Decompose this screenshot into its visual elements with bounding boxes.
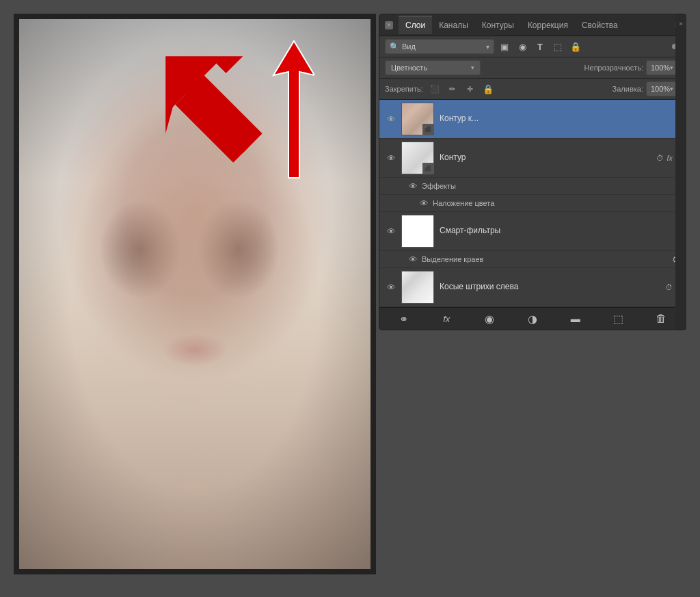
opacity-label: Непрозрачность: xyxy=(584,64,643,72)
lock-position-icon[interactable]: ✛ xyxy=(463,81,478,96)
clock-icon: ⏱ xyxy=(656,154,664,162)
effect-color-overlay-row: 👁 Наложение цвета xyxy=(379,195,686,212)
circle-icon[interactable]: ◉ xyxy=(515,39,530,54)
effects-label: Эффекты xyxy=(422,182,456,190)
blend-mode-value: Цветность xyxy=(391,64,427,72)
search-dropdown-arrow[interactable]: ▾ xyxy=(486,43,489,51)
layer-info: Контур к... xyxy=(440,114,680,124)
opacity-value-text: 100% xyxy=(651,64,670,72)
lock-label: Закрепить: xyxy=(385,85,423,93)
tab-paths[interactable]: Контуры xyxy=(475,16,521,34)
tab-properties[interactable]: Свойства xyxy=(575,16,625,34)
mask-button[interactable]: ◉ xyxy=(481,310,498,327)
fx-button[interactable]: fx xyxy=(438,310,455,327)
blend-mode-chevron: ▾ xyxy=(471,64,474,71)
tab-correction[interactable]: Коррекция xyxy=(521,16,575,34)
layer-name: Контур к... xyxy=(440,114,680,123)
layer-row[interactable]: 👁 ⬛ Контур к... xyxy=(379,100,686,139)
blend-mode-select[interactable]: Цветность ▾ xyxy=(385,60,481,75)
layer-name: Контур xyxy=(440,152,656,162)
fill-label: Заливка: xyxy=(612,85,643,93)
fill-chevron: ▾ xyxy=(670,85,673,92)
canvas-area xyxy=(14,14,376,574)
tab-layers[interactable]: Слои xyxy=(399,16,432,34)
panel-bottom-toolbar: ⚭ fx ◉ ◑ ▬ ⬚ 🗑 xyxy=(379,307,686,330)
effect-color-visibility-toggle[interactable]: 👁 xyxy=(418,197,430,209)
smart-filter-row: 👁 Выделение краев ⚙ xyxy=(379,251,686,268)
panel-toolbar-2: Цветность ▾ Непрозрачность: 100% ▾ xyxy=(379,57,686,79)
clock-icon: ⏱ xyxy=(665,283,673,291)
lock-pixels-icon[interactable]: ⬛ xyxy=(427,81,442,96)
smart-filter-label: Выделение краев xyxy=(422,255,483,263)
layer-visibility-toggle[interactable]: 👁 xyxy=(385,225,397,237)
lock-icons-group: ⬛ ✏ ✛ 🔒 xyxy=(427,81,496,96)
face-sketch-overlay xyxy=(14,14,376,574)
fx-label: fx xyxy=(667,154,673,162)
effect-visibility-toggle[interactable]: 👁 xyxy=(407,180,419,192)
layer-thumbnail xyxy=(401,271,434,304)
text-type-icon[interactable]: T xyxy=(533,39,548,54)
panel-tabs: × Слои Каналы Контуры Коррекция Свойства… xyxy=(379,14,686,36)
delete-layer-button[interactable]: 🗑 xyxy=(653,310,669,327)
opacity-group: Непрозрачность: 100% ▾ xyxy=(584,60,680,75)
layer-row[interactable]: 👁 Смарт-фильтры xyxy=(379,212,686,251)
layer-visibility-toggle[interactable]: 👁 xyxy=(385,281,397,293)
layer-thumb-badge: ⬛ xyxy=(422,124,433,135)
search-icon: 🔍 xyxy=(390,42,399,51)
search-input[interactable] xyxy=(402,42,486,51)
layer-thumbnail xyxy=(401,215,434,248)
panel-toolbar-3: Закрепить: ⬛ ✏ ✛ 🔒 Заливка: 100% ▾ xyxy=(379,79,686,100)
layers-panel: × Слои Каналы Контуры Коррекция Свойства… xyxy=(379,14,686,330)
layer-thumb-image xyxy=(402,215,433,247)
tab-channels[interactable]: Каналы xyxy=(432,16,475,34)
layer-visibility-toggle[interactable]: 👁 xyxy=(385,152,397,164)
smart-filter-visibility-toggle[interactable]: 👁 xyxy=(407,253,419,265)
lock-all-icon[interactable]: 🔒 xyxy=(481,81,496,96)
layer-info: Контур xyxy=(440,152,656,163)
layers-list: 👁 ⬛ Контур к... 👁 ⬛ Контур ⏱ fx ∧ xyxy=(379,100,686,307)
lock-icon[interactable]: 🔒 xyxy=(568,39,583,54)
adjustment-button[interactable]: ◑ xyxy=(524,310,541,327)
artboard-button[interactable]: ⬚ xyxy=(610,310,627,327)
effects-row: 👁 Эффекты xyxy=(379,178,686,195)
panel-toolbar-1: 🔍 ▾ ▣ ◉ T ⬚ 🔒 xyxy=(379,36,686,57)
opacity-chevron: ▾ xyxy=(670,64,673,71)
layer-thumbnail: ⬛ xyxy=(401,103,434,135)
rect-icon[interactable]: ⬚ xyxy=(550,39,565,54)
layer-row[interactable]: 👁 Косые штрихи слева ⏱ ∧ xyxy=(379,268,686,307)
fill-value-text: 100% xyxy=(651,85,670,93)
group-button[interactable]: ▬ xyxy=(567,310,584,327)
layer-thumb-image xyxy=(402,271,433,303)
fill-group: Заливка: 100% ▾ xyxy=(612,81,680,96)
panel-collapse-handle[interactable]: » xyxy=(675,14,686,330)
canvas-image xyxy=(14,14,376,574)
layer-name: Косые штрихи слева xyxy=(440,282,665,291)
link-layers-button[interactable]: ⚭ xyxy=(395,310,412,327)
layer-row[interactable]: 👁 ⬛ Контур ⏱ fx ∧ xyxy=(379,139,686,178)
layer-thumb-badge: ⬛ xyxy=(422,163,433,174)
layer-info: Смарт-фильтры xyxy=(440,226,680,237)
image-type-icon[interactable]: ▣ xyxy=(497,39,512,54)
lock-paint-icon[interactable]: ✏ xyxy=(445,81,460,96)
effect-color-overlay-label: Наложение цвета xyxy=(433,199,494,207)
search-box[interactable]: 🔍 ▾ xyxy=(385,39,494,54)
layer-thumbnail: ⬛ xyxy=(401,142,434,174)
layer-visibility-toggle[interactable]: 👁 xyxy=(385,113,397,125)
panel-close-button[interactable]: × xyxy=(385,21,393,29)
layer-info: Косые штрихи слева xyxy=(440,282,665,293)
layer-name: Смарт-фильтры xyxy=(440,226,680,235)
